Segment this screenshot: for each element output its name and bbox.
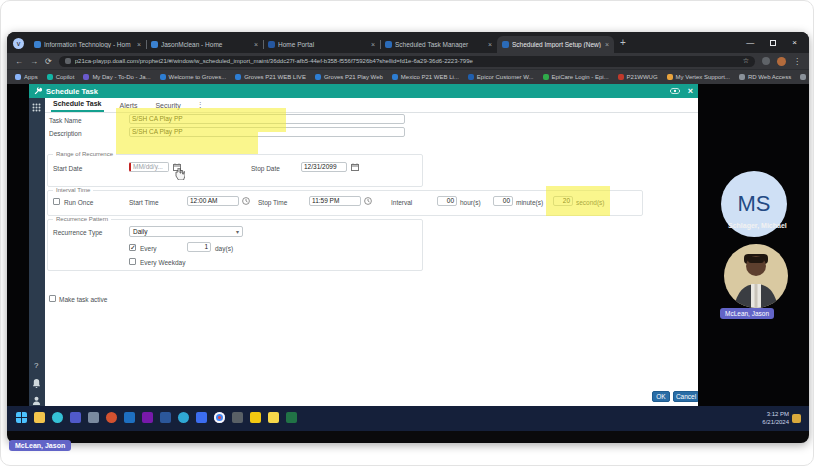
bookmark-item[interactable]: Groves P21 Play Web (315, 74, 383, 80)
browser-window: v Information Technology - Hom × JasonMc… (7, 32, 809, 443)
clock-time: 3:12 PM (762, 410, 789, 418)
edge-icon[interactable] (52, 412, 63, 423)
onenote-icon[interactable] (142, 412, 153, 423)
excel-icon[interactable] (286, 412, 297, 423)
interval-seconds-input[interactable]: 20 (553, 196, 573, 206)
bookmark-item[interactable]: My Day - To-Do - Ja... (83, 74, 150, 80)
tab-search-icon[interactable]: v (13, 38, 24, 49)
clock-icon[interactable] (242, 197, 250, 205)
recurrence-type-select[interactable]: Daily ▾ (129, 226, 243, 237)
bookmark-item[interactable]: My Vertex Support... (667, 74, 730, 80)
back-icon[interactable]: ← (15, 57, 23, 66)
bookmark-item[interactable]: Copilot (47, 74, 75, 80)
start-date-input[interactable]: MM/dd/y... (129, 162, 169, 172)
cancel-button[interactable]: Cancel (673, 391, 698, 402)
interval-hours-input[interactable]: 00 (437, 196, 457, 206)
bookmark-item[interactable]: Apps (15, 74, 38, 80)
run-once-checkbox[interactable] (53, 198, 60, 205)
internet-icon[interactable] (178, 412, 189, 423)
browser-tab[interactable]: JasonMclean - Home × (146, 36, 263, 53)
schedule-task-form: Schedule Task Alerts Security ⋮ Task Nam… (45, 98, 698, 406)
range-of-recurrence-group: Range of Recurrence (47, 154, 423, 187)
tab-close-icon[interactable]: × (254, 41, 258, 48)
user-icon[interactable] (32, 396, 41, 405)
run-once-label: Run Once (64, 199, 93, 206)
clock-icon[interactable] (364, 197, 372, 205)
every-days-input[interactable]: 1 (187, 242, 211, 252)
bookmark-favicon (160, 74, 166, 80)
browser-menu-icon[interactable]: ⋮ (793, 57, 801, 66)
app-tab-menu-icon[interactable]: ⋮ (197, 101, 204, 112)
every-weekday-checkbox[interactable] (129, 258, 136, 265)
tab-close-icon[interactable]: × (137, 41, 141, 48)
site-info-icon[interactable] (65, 58, 71, 64)
bookmark-star-icon[interactable]: ☆ (743, 57, 749, 65)
description-input[interactable]: S/SH CA Play PP (129, 127, 405, 137)
browser-tab[interactable]: Home Portal × (263, 36, 380, 53)
eye-icon[interactable] (670, 88, 680, 94)
minimize-button[interactable]: — (746, 39, 754, 47)
outlook-icon[interactable] (124, 412, 135, 423)
new-tab-button[interactable]: + (620, 37, 626, 48)
task-name-input[interactable]: S/SH CA Play PP (129, 114, 405, 124)
teams-icon[interactable] (70, 412, 81, 423)
powerpoint-icon[interactable] (106, 412, 117, 423)
make-task-active-checkbox[interactable] (49, 295, 56, 302)
power-bi-icon[interactable] (250, 412, 261, 423)
start-icon[interactable] (16, 412, 27, 423)
taskbar-clock[interactable]: 3:12 PM 6/21/2024 (762, 410, 801, 426)
project-icon[interactable] (196, 412, 207, 423)
bookmark-favicon (618, 74, 624, 80)
profile-avatar-icon[interactable] (777, 57, 786, 66)
tab-schedule-task[interactable]: Schedule Task (51, 98, 104, 112)
browser-tab-strip: v Information Technology - Hom × JasonMc… (7, 32, 809, 53)
forward-icon[interactable]: → (30, 57, 38, 66)
extensions-icon[interactable] (762, 57, 770, 65)
tab-alerts[interactable]: Alerts (118, 100, 140, 112)
stop-date-input[interactable]: 12/31/2099 (301, 162, 347, 172)
file-explorer-icon[interactable] (34, 412, 45, 423)
tray-notification-icon[interactable] (792, 414, 801, 423)
reload-icon[interactable]: ⟳ (45, 57, 52, 66)
bookmark-favicon (739, 74, 745, 80)
sticky-notes-icon[interactable] (268, 412, 279, 423)
bookmark-item[interactable]: EpiCare Login - Epi... (543, 74, 609, 80)
settings-icon[interactable] (88, 412, 99, 423)
calendar-icon[interactable] (351, 163, 359, 171)
tab-security[interactable]: Security (153, 100, 182, 112)
close-button[interactable]: × (792, 39, 797, 47)
bookmark-item[interactable]: Groves P21 WEB LIVE (235, 74, 306, 80)
bookmark-item[interactable]: P21WWUG (618, 74, 658, 80)
start-time-input[interactable]: 12:00 AM (187, 196, 239, 206)
bookmark-item[interactable]: Mexico P21 WEB Li... (392, 74, 459, 80)
stop-time-input[interactable]: 11:59 PM (309, 196, 361, 206)
word-icon[interactable] (160, 412, 171, 423)
help-icon[interactable]: ? (34, 361, 38, 370)
bookmark-item[interactable]: Epicor Customer W... (468, 74, 534, 80)
participant-photo (724, 244, 788, 308)
bookmark-item[interactable]: RD Web Access (739, 74, 791, 80)
recurrence-legend: Recurrence Pattern (53, 216, 111, 222)
participant-avatar-photo[interactable] (724, 244, 788, 308)
tab-close-icon[interactable]: × (605, 41, 609, 48)
tab-title: Scheduled Import Setup (New) (512, 41, 602, 48)
presenter-name-badge: McLean, Jason (9, 440, 71, 451)
address-bar[interactable]: p21ca-playpp.doall.com/prophet21/#/windo… (59, 56, 755, 67)
browser-tab[interactable]: Information Technology - Hom × (29, 36, 146, 53)
bookmark-item[interactable]: Home - Report Man... (800, 74, 809, 80)
maximize-button[interactable] (770, 40, 776, 46)
browser-tab-active[interactable]: Scheduled Import Setup (New) × (497, 36, 614, 53)
tab-close-icon[interactable]: × (488, 41, 492, 48)
tab-close-icon[interactable]: × (371, 41, 375, 48)
make-task-active-label: Make task active (59, 296, 107, 303)
apps-grid-icon[interactable] (32, 103, 41, 112)
bookmark-item[interactable]: Welcome to Groves... (160, 74, 227, 80)
bell-icon[interactable] (32, 379, 41, 388)
every-checkbox[interactable]: ✓ (129, 244, 136, 251)
ok-button[interactable]: OK (652, 391, 670, 402)
interval-minutes-input[interactable]: 00 (493, 196, 513, 206)
browser-tab[interactable]: Scheduled Task Manager × (380, 36, 497, 53)
schedule-task-close-icon[interactable]: × (688, 86, 693, 96)
remote-desktop-icon[interactable] (232, 412, 243, 423)
chrome-icon[interactable] (214, 412, 225, 423)
